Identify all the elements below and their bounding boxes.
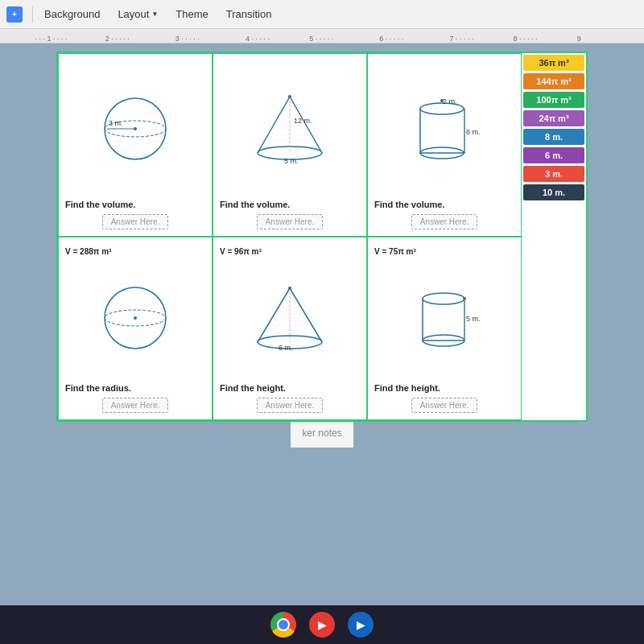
ruler-tick-9: 9	[577, 35, 581, 43]
question-6: Find the height.	[374, 383, 440, 393]
ruler-content: · · · 1 · · · · 2 · · · · · 3 · · · · · …	[3, 29, 641, 43]
svg-point-33	[423, 293, 464, 304]
toolbar: + Background Layout ▼ Theme Transition	[0, 0, 644, 29]
answer-2[interactable]: Answer Here.	[257, 214, 324, 229]
chip-36pi[interactable]: 36π m³	[523, 55, 584, 71]
figure-cylinder2: 5 m.	[374, 256, 514, 380]
speaker-notes-label: ker notes	[302, 427, 341, 439]
answer-3[interactable]: Answer Here.	[411, 214, 478, 229]
svg-rect-32	[423, 299, 464, 341]
chip-144pi[interactable]: 144π m³	[523, 73, 584, 89]
question-2: Find the volume.	[220, 200, 290, 209]
toolbar-divider	[32, 6, 33, 23]
svg-text:6 m.: 6 m.	[466, 128, 481, 136]
chip-10m[interactable]: 10 m.	[523, 184, 584, 200]
volume-4: V = 288π m³	[65, 247, 111, 256]
question-4: Find the radius.	[65, 383, 131, 393]
problems-grid: 3 m. Find the volume.	[58, 53, 522, 420]
figure-sphere: 3 m.	[65, 60, 205, 196]
problem-5: V = 96π m³ -6 m.	[213, 237, 367, 420]
ruler: · · · 1 · · · · 2 · · · · · 3 · · · · · …	[0, 29, 644, 43]
svg-point-5	[105, 98, 166, 159]
figure-cone: 12 m. 5 m.	[220, 60, 360, 196]
svg-point-15	[420, 103, 464, 114]
problem-3: 2 m. 6 m. Find the volume. Answer Here.	[367, 53, 522, 237]
taskbar: ▶ ▶	[0, 605, 644, 644]
answer-1[interactable]: Answer Here.	[102, 214, 169, 229]
app-icon: +	[6, 6, 23, 23]
figure-cone2: -6 m.	[220, 256, 360, 380]
ruler-tick-2: 2 · · · · ·	[105, 35, 130, 43]
problem-6: V = 75π m³ 5 m.	[367, 237, 522, 420]
figure-cylinder: 2 m. 6 m.	[374, 60, 514, 196]
svg-text:5 m.: 5 m.	[466, 315, 481, 323]
svg-text:-6 m.: -6 m.	[276, 344, 293, 352]
chip-3m[interactable]: 3 m.	[523, 166, 584, 182]
layout-button[interactable]: Layout ▼	[109, 5, 166, 23]
problem-2: 12 m. 5 m.	[213, 53, 367, 237]
question-5: Find the height.	[220, 383, 286, 393]
ruler-tick-1: · · · 1 · · · ·	[35, 35, 68, 43]
svg-rect-14	[420, 109, 464, 153]
ruler-tick-3: 3 · · · · ·	[175, 35, 200, 43]
question-3: Find the volume.	[374, 200, 444, 209]
speaker-notes: ker notes	[291, 422, 353, 448]
question-1: Find the volume.	[65, 200, 135, 209]
answer-5[interactable]: Answer Here.	[257, 398, 324, 413]
chip-8m[interactable]: 8 m.	[523, 129, 584, 145]
ruler-tick-7: 7 · · · · ·	[449, 35, 473, 43]
figure-sphere2	[65, 256, 205, 380]
svg-point-24	[105, 287, 166, 349]
chrome-icon[interactable]	[270, 612, 296, 638]
chip-6m[interactable]: 6 m.	[523, 147, 584, 163]
layout-arrow-icon: ▼	[151, 10, 158, 18]
theme-button[interactable]: Theme	[167, 5, 216, 23]
answer-6[interactable]: Answer Here.	[411, 398, 478, 413]
slide-area: 3 m. Find the volume.	[0, 43, 644, 605]
background-button[interactable]: Background	[36, 5, 108, 23]
svg-text:2 m.: 2 m.	[443, 97, 457, 105]
problem-4: V = 288π m³	[58, 237, 213, 420]
ruler-tick-6: 6 · · · · ·	[379, 35, 403, 43]
answer-4[interactable]: Answer Here.	[102, 398, 169, 413]
main-area: 3 m. Find the volume.	[0, 43, 644, 605]
play-blue-icon[interactable]: ▶	[348, 612, 374, 638]
answer-bank: 36π m³ 144π m³ 100π m³ 24π m³ 8 m. 6 m. …	[522, 53, 586, 420]
svg-point-13	[262, 105, 318, 153]
youtube-icon[interactable]: ▶	[309, 612, 335, 638]
slide: 3 m. Find the volume.	[56, 52, 588, 422]
chip-100pi[interactable]: 100π m³	[523, 92, 584, 108]
svg-point-31	[266, 296, 314, 336]
chip-24pi[interactable]: 24π m³	[523, 110, 584, 126]
ruler-tick-5: 5 · · · · ·	[309, 35, 333, 43]
svg-text:5 m.: 5 m.	[284, 157, 299, 165]
ruler-tick-4: 4 · · · · ·	[246, 35, 270, 43]
volume-6: V = 75π m³	[374, 247, 416, 256]
volume-5: V = 96π m³	[220, 247, 262, 256]
layout-label: Layout	[118, 8, 149, 20]
transition-button[interactable]: Transition	[218, 5, 280, 23]
ruler-tick-8: 8 · · · · ·	[514, 35, 538, 43]
problem-1: 3 m. Find the volume.	[58, 53, 213, 237]
